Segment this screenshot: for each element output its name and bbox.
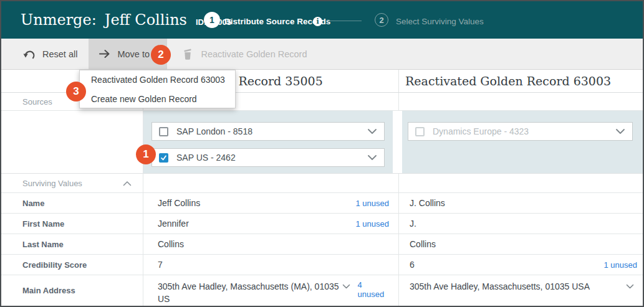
chevron-down-icon[interactable] xyxy=(626,284,634,289)
source-select-sap-us[interactable]: SAP US - 2462 xyxy=(151,148,385,167)
surviving-values-section-row: Surviving Values xyxy=(1,174,643,193)
callout-badge-2: 2 xyxy=(151,45,171,65)
field-value: Jeff Collins xyxy=(158,198,200,208)
column-2-header: Reactivated Golden Record 63003 xyxy=(398,70,643,92)
field-value: Collins xyxy=(410,239,436,249)
chevron-down-icon[interactable] xyxy=(342,284,350,289)
field-row-first-name: First Name Jennifer 1 unused J. xyxy=(1,214,643,234)
source-select-sap-london[interactable]: SAP London - 8518 xyxy=(151,122,385,141)
field-label: Last Name xyxy=(22,240,64,249)
undo-icon xyxy=(23,49,37,59)
move-to-label: Move to xyxy=(117,49,150,59)
toolbar: Reset all Move to Reactivate Golden Reco… xyxy=(1,39,643,70)
field-value: 7 xyxy=(158,260,163,270)
field-label: Credibility Score xyxy=(22,260,87,270)
step-1-circle: 1 xyxy=(204,12,220,28)
field-value: 6 xyxy=(410,260,415,270)
field-row-credibility-score: Credibility Score 7 6 1 unused xyxy=(1,255,643,275)
unmerge-screen: Unmerge: Jeff Collins ID: 35005 1 Distri… xyxy=(0,0,644,307)
field-row-last-name: Last Name Collins Collins xyxy=(1,234,643,255)
menu-item-reactivated-golden-record[interactable]: Reactivated Golden Record 63003 xyxy=(80,70,235,90)
chevron-down-icon xyxy=(615,128,625,135)
unused-link[interactable]: 1 unused xyxy=(604,260,638,270)
surviving-values-label: Surviving Values xyxy=(22,179,82,188)
trash-icon xyxy=(181,47,195,60)
chevron-up-icon[interactable] xyxy=(123,181,132,186)
field-label: First Name xyxy=(22,219,64,229)
callout-badge-1: 1 xyxy=(136,144,156,164)
checkbox-checked[interactable] xyxy=(159,153,168,163)
field-label: Name xyxy=(22,199,44,208)
step-2-label: Select Surviving Values xyxy=(396,17,484,26)
record-name: Jeff Collins xyxy=(105,11,187,29)
field-value: Collins xyxy=(158,239,184,249)
move-to-dropdown-menu: Reactivated Golden Record 63003 Create n… xyxy=(79,70,236,108)
source-label: SAP London - 8518 xyxy=(176,126,252,136)
sources-section-label: Sources xyxy=(22,97,52,106)
info-icon[interactable]: i xyxy=(313,17,322,26)
unmerge-title: Unmerge: xyxy=(21,11,97,29)
sources-panel-col1: SAP London - 8518 SAP US - 2462 xyxy=(143,111,393,173)
checkbox-unchecked[interactable] xyxy=(159,127,168,136)
checkbox-disabled xyxy=(415,127,425,136)
field-value: J. Collins xyxy=(410,198,445,208)
field-value: 305th Ave Hadley, Massachusetts (MA), 01… xyxy=(158,280,342,305)
field-value: Jennifer xyxy=(158,219,189,229)
unused-link[interactable]: 1 unused xyxy=(356,199,390,208)
sources-side-spacer xyxy=(1,111,143,173)
unused-link[interactable]: 1 unused xyxy=(356,219,390,229)
field-value: 305th Ave Hadley, Massachusetts, 01035 U… xyxy=(410,280,590,293)
sources-band: SAP London - 8518 SAP US - 2462 xyxy=(1,111,643,174)
menu-item-create-new-golden-record[interactable]: Create new Golden Record xyxy=(80,90,235,109)
step-connector-line xyxy=(327,21,362,21)
reactivate-label: Reactivate Golden Record xyxy=(201,49,307,59)
chevron-down-icon xyxy=(367,154,377,161)
source-select-dynamics-europe: Dynamics Europe - 4323 xyxy=(408,122,633,141)
unused-link[interactable]: 4 unused xyxy=(358,280,389,299)
arrow-right-icon xyxy=(99,49,111,59)
source-label: Dynamics Europe - 4323 xyxy=(433,126,529,136)
field-label: Main Address xyxy=(22,286,75,295)
field-value: J. xyxy=(410,219,416,229)
source-label: SAP US - 2462 xyxy=(176,153,236,163)
step-2-circle: 2 xyxy=(375,13,388,27)
field-row-name: Name Jeff Collins 1 unused J. Collins xyxy=(1,193,643,214)
chevron-down-icon xyxy=(367,128,377,135)
reactivate-golden-record-button[interactable]: Reactivate Golden Record xyxy=(167,39,307,69)
top-header: Unmerge: Jeff Collins ID: 35005 1 Distri… xyxy=(1,1,643,39)
callout-badge-3: 3 xyxy=(66,82,86,102)
page-title: Unmerge: Jeff Collins ID: 35005 xyxy=(1,11,231,29)
sources-panel-col2: Dynamics Europe - 4323 xyxy=(402,111,643,173)
reset-all-label: Reset all xyxy=(42,49,77,59)
field-row-main-address: Main Address 305th Ave Hadley, Massachus… xyxy=(1,275,643,306)
reset-all-button[interactable]: Reset all xyxy=(1,39,84,69)
